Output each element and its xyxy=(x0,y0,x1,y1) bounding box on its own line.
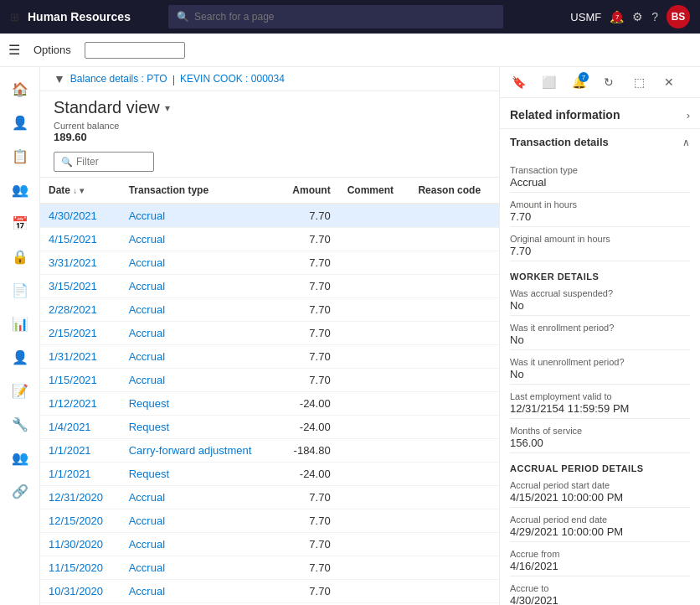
sidebar-item-chart[interactable]: 📊 xyxy=(5,308,35,339)
panel-chevron-icon[interactable]: › xyxy=(687,109,690,122)
cell-type-0: Accrual xyxy=(121,204,277,228)
accrual-end-value: 4/29/2021 10:00:00 PM xyxy=(510,525,690,542)
filter-search-icon: 🔍 xyxy=(61,157,73,168)
table-row[interactable]: 1/4/2021 Request -24.00 xyxy=(40,416,499,439)
main-layout: 🏠 👤 📋 👥 📅 🔒 📄 📊 👤 📝 🔧 👥 🔗 ▼ Balance deta… xyxy=(0,67,700,605)
cell-type-6: Accrual xyxy=(121,345,277,369)
table-row[interactable]: 1/1/2021 Carry-forward adjustment -184.8… xyxy=(40,439,499,463)
table-row[interactable]: 2/28/2021 Accrual 7.70 xyxy=(40,298,499,322)
col-comment: Comment xyxy=(339,178,410,204)
last-employment-field: Last employment valid to 12/31/2154 11:5… xyxy=(510,388,690,422)
cell-type-11: Request xyxy=(121,463,277,486)
enrollment-period-value: No xyxy=(510,334,690,350)
sidebar-item-lock[interactable]: 🔒 xyxy=(5,241,35,271)
table-row[interactable]: 12/31/2020 Accrual 7.70 xyxy=(40,486,499,509)
sort-icon-date[interactable]: ↓ ▾ xyxy=(73,186,84,195)
cell-reason-14 xyxy=(409,533,499,556)
filter-input-container[interactable]: 🔍 xyxy=(54,152,154,172)
unenrollment-period-field: Was it unenrollment period? No xyxy=(510,354,690,388)
table-row[interactable]: 11/15/2020 Accrual 7.70 xyxy=(40,556,499,580)
table-row[interactable]: 11/30/2020 Accrual 7.70 xyxy=(40,533,499,556)
cell-amount-10: -184.80 xyxy=(277,439,338,463)
sidebar-item-user2[interactable]: 👤 xyxy=(5,342,35,372)
table-row[interactable]: 4/15/2021 Accrual 7.70 xyxy=(40,228,499,251)
table-row[interactable]: 1/12/2021 Request -24.00 xyxy=(40,392,499,416)
accrue-from-label: Accrue from xyxy=(510,549,690,559)
refresh-icon[interactable]: ↻ xyxy=(597,70,620,94)
hamburger-icon[interactable]: ☰ xyxy=(8,42,20,58)
cell-amount-14: 7.70 xyxy=(277,533,338,556)
last-employment-value: 12/31/2154 11:59:59 PM xyxy=(510,402,690,419)
transaction-details-chevron[interactable]: ∧ xyxy=(682,137,690,148)
toolbar-area: 🔍 xyxy=(40,147,499,178)
table-row[interactable]: 1/1/2021 Request -24.00 xyxy=(40,463,499,486)
sidebar-item-people[interactable]: 👤 xyxy=(5,107,35,137)
cell-type-13: Accrual xyxy=(121,509,277,533)
avatar[interactable]: BS xyxy=(667,5,690,28)
cell-amount-16: 7.70 xyxy=(277,580,338,603)
alert-icon[interactable]: 🔔 7 xyxy=(567,70,590,94)
cell-amount-6: 7.70 xyxy=(277,345,338,369)
table-row[interactable]: 4/30/2021 Accrual 7.70 xyxy=(40,204,499,228)
title-chevron-icon[interactable]: ▾ xyxy=(165,102,170,114)
sidebar-item-list[interactable]: 📋 xyxy=(5,141,35,171)
cell-reason-6 xyxy=(409,345,499,369)
cell-reason-1 xyxy=(409,228,499,251)
sidebar-item-tools[interactable]: 🔧 xyxy=(5,409,35,439)
options-button[interactable]: Options xyxy=(27,40,78,59)
table-row[interactable]: 1/31/2021 Accrual 7.70 xyxy=(40,345,499,369)
filter-input[interactable] xyxy=(76,156,143,168)
balance-value: 189.60 xyxy=(54,131,486,143)
table-row[interactable]: 3/15/2021 Accrual 7.70 xyxy=(40,275,499,298)
cell-date-9: 1/4/2021 xyxy=(40,416,121,439)
search-input[interactable] xyxy=(194,11,495,23)
cell-amount-15: 7.70 xyxy=(277,556,338,580)
last-employment-label: Last employment valid to xyxy=(510,391,690,401)
notification-icon[interactable]: 🔔 7 xyxy=(610,10,624,23)
breadcrumb-filter[interactable]: Balance details : PTO xyxy=(70,73,167,85)
breadcrumb-bar: ▼ Balance details : PTO | KEVIN COOK : 0… xyxy=(40,67,499,91)
sidebar-item-home[interactable]: 🏠 xyxy=(5,74,35,104)
sidebar-item-link[interactable]: 🔗 xyxy=(5,476,35,506)
col-reason: Reason code xyxy=(409,178,499,204)
original-amount-value: 7.70 xyxy=(510,245,690,261)
col-date: Date ↓ ▾ xyxy=(40,178,121,204)
transaction-details-body: Transaction type Accrual Amount in hours… xyxy=(500,155,700,605)
grid-icon[interactable]: ⊞ xyxy=(10,11,19,23)
cell-amount-7: 7.70 xyxy=(277,369,338,392)
cell-comment-4 xyxy=(339,298,410,322)
sidebar-item-doc[interactable]: 📄 xyxy=(5,275,35,305)
cell-comment-13 xyxy=(339,509,410,533)
cell-type-2: Accrual xyxy=(121,251,277,275)
sidebar-item-group[interactable]: 👥 xyxy=(5,442,35,473)
table-row[interactable]: 2/15/2021 Accrual 7.70 xyxy=(40,322,499,345)
share-icon[interactable]: ⬜ xyxy=(537,70,560,94)
content-area: ▼ Balance details : PTO | KEVIN COOK : 0… xyxy=(40,67,499,605)
cell-type-9: Request xyxy=(121,416,277,439)
cell-date-8: 1/12/2021 xyxy=(40,392,121,416)
close-panel-icon[interactable]: ✕ xyxy=(657,70,681,94)
breadcrumb-user[interactable]: KEVIN COOK : 000034 xyxy=(180,73,285,85)
sidebar-item-note[interactable]: 📝 xyxy=(5,375,35,406)
table-row[interactable]: 1/15/2021 Accrual 7.70 xyxy=(40,369,499,392)
table-row[interactable]: 3/31/2021 Accrual 7.70 xyxy=(40,251,499,275)
cell-date-7: 1/15/2021 xyxy=(40,369,121,392)
table-header-row: Date ↓ ▾ Transaction type Amount Comment xyxy=(40,178,499,204)
expand-icon[interactable]: ⬚ xyxy=(627,70,651,94)
accrue-from-value: 4/16/2021 xyxy=(510,560,690,577)
cell-date-0: 4/30/2021 xyxy=(40,204,121,228)
search-bar[interactable]: 🔍 xyxy=(168,5,503,28)
cell-type-5: Accrual xyxy=(121,322,277,345)
table-row[interactable]: 10/31/2020 Accrual 7.70 xyxy=(40,580,499,603)
cell-amount-11: -24.00 xyxy=(277,463,338,486)
table-row[interactable]: 12/15/2020 Accrual 7.70 xyxy=(40,509,499,533)
bookmark-icon[interactable]: 🔖 xyxy=(507,70,530,94)
accrue-from-field: Accrue from 4/16/2021 xyxy=(510,546,690,580)
settings-icon[interactable]: ⚙ xyxy=(632,10,643,23)
sidebar-item-calendar[interactable]: 📅 xyxy=(5,208,35,238)
accrual-end-label: Accrual period end date xyxy=(510,515,690,525)
help-icon[interactable]: ? xyxy=(651,10,658,23)
sidebar-item-team[interactable]: 👥 xyxy=(5,174,35,204)
transaction-details-header[interactable]: Transaction details ∧ xyxy=(500,129,700,155)
secondary-search-input[interactable] xyxy=(85,42,185,59)
